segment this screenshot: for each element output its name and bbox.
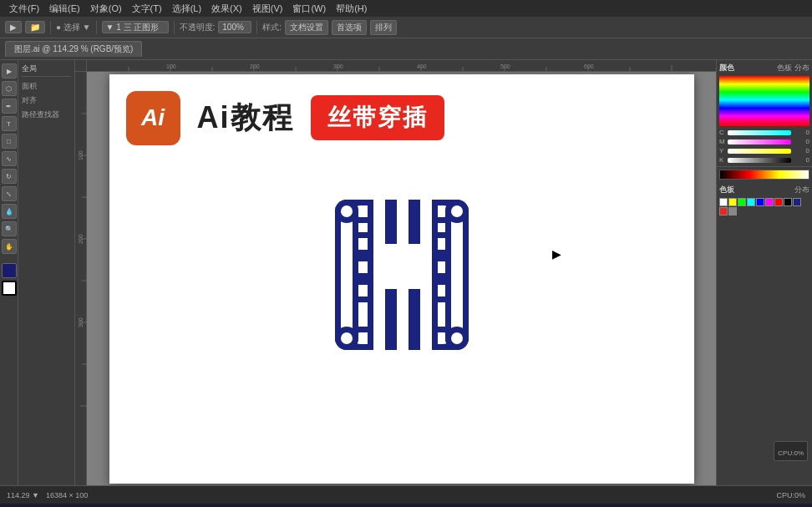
swatch-gray[interactable]: [728, 207, 737, 215]
color-spectrum[interactable]: [719, 76, 809, 126]
brush-tool[interactable]: ∿: [2, 151, 17, 166]
swatches-sub: 分布: [794, 185, 809, 195]
c-slider-row: C 0: [719, 129, 809, 136]
k-slider-row: K 0: [719, 156, 809, 164]
menu-effect[interactable]: 效果(X): [207, 3, 246, 15]
svg-point-52: [341, 205, 353, 217]
svg-rect-76: [420, 327, 432, 350]
color-panel-tabs[interactable]: 色板 分布: [777, 63, 809, 74]
sep1: [50, 21, 51, 34]
swatches-panel: 色板 分布: [717, 182, 812, 218]
swatches-grid: [719, 198, 809, 215]
menu-select[interactable]: 选择(L): [168, 3, 206, 15]
color-panel-header: 颜色 色板 分布: [719, 63, 809, 74]
svg-point-56: [341, 332, 353, 344]
k-value: 0: [793, 156, 809, 164]
svg-rect-96: [379, 244, 424, 289]
k-slider[interactable]: [728, 158, 791, 163]
swatch-yellow[interactable]: [728, 198, 737, 206]
stroke-color[interactable]: [2, 281, 17, 296]
svg-rect-82: [451, 279, 463, 302]
swatch-cyan[interactable]: [747, 198, 755, 206]
swatch-magenta[interactable]: [765, 198, 774, 206]
opacity-input[interactable]: [218, 21, 251, 33]
opacity-label: 不透明度:: [180, 22, 216, 33]
rotate-tool[interactable]: ↻: [2, 169, 17, 184]
swatch-white[interactable]: [719, 198, 728, 206]
file-tab[interactable]: 图层.ai @ 114.29 % (RGB/预览): [5, 41, 142, 57]
menu-text[interactable]: 文字(T): [128, 3, 166, 15]
panel-item-align[interactable]: 对齐: [22, 94, 71, 108]
canvas-area[interactable]: Ai Ai教程 丝带穿插: [87, 72, 716, 485]
menu-window[interactable]: 窗口(W): [288, 3, 330, 15]
ribbon-container: .ribbon-fill { fill: #1a237e; } .ribbon-…: [126, 154, 678, 396]
swatches-header: 色板 分布: [719, 185, 809, 195]
ribbon-svg: .ribbon-fill { fill: #1a237e; } .ribbon-…: [289, 154, 515, 396]
panels-left: 全局 面积 对齐 路径查找器: [18, 60, 75, 485]
m-slider-row: M 0: [719, 138, 809, 145]
cmyk-sliders: C 0 M 0 Y 0 K 0: [719, 129, 809, 164]
swatch-crimson[interactable]: [719, 207, 728, 215]
menu-help[interactable]: 帮助(H): [332, 3, 371, 15]
fill-color[interactable]: [2, 263, 17, 278]
k-label: K: [719, 156, 726, 164]
y-slider[interactable]: [728, 149, 791, 154]
panel-item-pathfinder[interactable]: 路径查找器: [22, 108, 71, 122]
menu-edit[interactable]: 编辑(E): [45, 3, 84, 15]
badge-text: 丝带穿插: [327, 102, 428, 134]
swatch-green[interactable]: [738, 198, 746, 206]
panel-global-title: 全局: [22, 63, 71, 77]
m-slider[interactable]: [728, 139, 791, 144]
ai-logo: Ai: [126, 91, 180, 145]
svg-rect-72: [373, 327, 385, 350]
svg-text:100: 100: [166, 63, 176, 69]
taskbar: ⊞ ● 📁 W Q Ai ⬡ ♦ ♦ 回 国 拦 ♦ 77% CPU:0%: [0, 504, 812, 507]
zoom-input[interactable]: [102, 21, 169, 33]
main-layout: ▶ ⬡ ✒ T □ ∿ ↻ ⤡ 💧 🔍 ✋ 全局 面积 对齐 路径查找器: [0, 60, 812, 485]
svg-point-54: [451, 205, 463, 217]
zoom-tool[interactable]: 🔍: [2, 221, 17, 236]
svg-text:300: 300: [333, 63, 343, 69]
menu-view[interactable]: 视图(V): [248, 3, 287, 15]
pen-tool[interactable]: ✒: [2, 99, 17, 114]
ai-logo-text: Ai: [141, 104, 165, 131]
file-toolbar: 图层.ai @ 114.29 % (RGB/预览): [0, 38, 812, 60]
svg-rect-74: [397, 327, 409, 350]
new-btn[interactable]: ▶: [5, 21, 22, 33]
c-label: C: [719, 129, 726, 136]
c-slider[interactable]: [728, 130, 791, 135]
y-label: Y: [719, 147, 726, 155]
ruler-horizontal: 100 200 300 400 500 600: [87, 60, 716, 72]
ruler-corner: [75, 60, 87, 72]
prefs-btn[interactable]: 首选项: [332, 20, 367, 35]
color-strip[interactable]: [719, 170, 809, 180]
swatch-red[interactable]: [774, 198, 783, 206]
zoom-status[interactable]: 114.29 ▼: [7, 491, 39, 499]
svg-rect-68: [341, 256, 353, 279]
red-badge: 丝带穿插: [311, 95, 444, 140]
select-tool[interactable]: ▶: [2, 63, 17, 79]
open-btn[interactable]: 📁: [25, 21, 45, 33]
rect-tool[interactable]: □: [2, 134, 17, 149]
m-label: M: [719, 138, 726, 145]
sep3: [174, 21, 175, 34]
svg-text:600: 600: [584, 63, 594, 69]
cpu-status: CPU:0%: [776, 491, 805, 499]
doc-setup-btn[interactable]: 文档设置: [285, 20, 328, 35]
menu-file[interactable]: 文件(F): [5, 3, 43, 15]
type-tool[interactable]: T: [2, 116, 17, 131]
status-left: 114.29 ▼ 16384 × 100: [7, 491, 88, 499]
status-right: CPU:0%: [776, 491, 805, 499]
eyedrop-tool[interactable]: 💧: [2, 204, 17, 219]
hand-tool[interactable]: ✋: [2, 239, 17, 254]
direct-tool[interactable]: ⬡: [2, 81, 17, 96]
swatch-black[interactable]: [784, 198, 792, 206]
swatch-navy[interactable]: [793, 198, 801, 206]
panel-item-area[interactable]: 面积: [22, 79, 71, 94]
menu-object[interactable]: 对象(O): [86, 3, 126, 15]
arrange-btn[interactable]: 排列: [370, 20, 397, 35]
cpu-panel: CPU:0%: [774, 441, 808, 461]
scale-tool[interactable]: ⤡: [2, 186, 17, 201]
main-toolbar: ▶ 📁 ● 选择 ▼ 不透明度: 样式: 文档设置 首选项 排列: [0, 17, 812, 38]
swatch-blue[interactable]: [756, 198, 764, 206]
